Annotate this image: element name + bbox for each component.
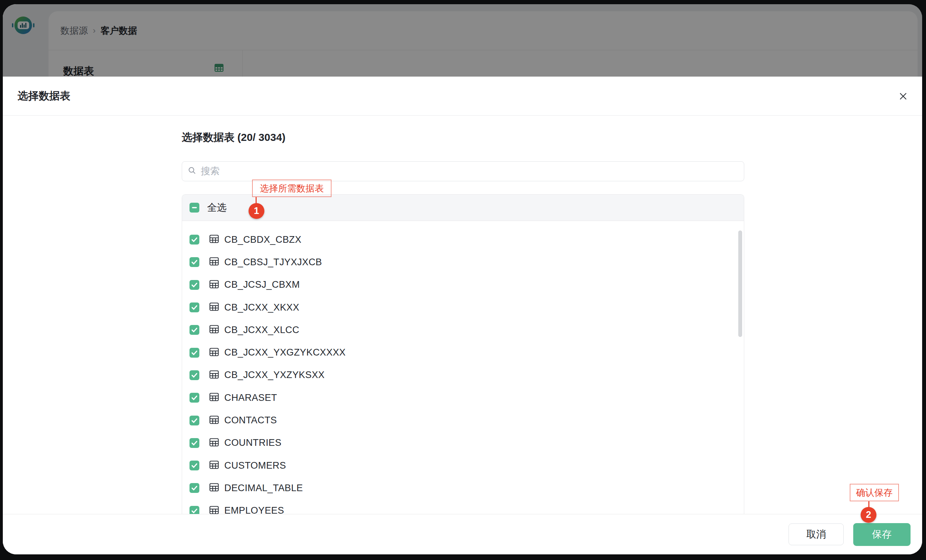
table-name: CB_CBSJ_TJYXJXCB (224, 257, 322, 268)
table-grid-icon (209, 279, 219, 291)
table-grid-icon (209, 347, 219, 359)
row-checkbox-checked[interactable] (189, 393, 199, 403)
tables-list-container: 全选 (182, 194, 744, 514)
screenshot-stage: 数据源 › 客户数据 数据表 选择数据表 (0, 0, 926, 560)
tables-list-viewport: CB_CBDX_CBZX (182, 221, 744, 514)
table-grid-icon (209, 234, 219, 246)
table-grid-icon (209, 415, 219, 427)
table-name: COUNTRIES (224, 438, 281, 448)
table-row[interactable]: CB_JCXX_YXGZYKCXXXX (182, 341, 744, 364)
row-checkbox-checked[interactable] (189, 257, 199, 267)
row-checkbox-checked[interactable] (189, 325, 199, 335)
table-name: CB_JCXX_XKXX (224, 302, 299, 313)
table-row[interactable]: CB_JCXX_YXZYKSXX (182, 364, 744, 386)
row-checkbox-checked[interactable] (189, 438, 199, 448)
row-checkbox-checked[interactable] (189, 416, 199, 426)
table-grid-icon (209, 459, 219, 471)
table-grid-icon (209, 256, 219, 268)
row-checkbox-checked[interactable] (189, 460, 199, 470)
table-row[interactable]: CONTACTS (182, 409, 744, 432)
select-all-row[interactable]: 全选 (182, 195, 744, 221)
list-scrollbar-thumb[interactable] (738, 231, 742, 337)
table-row[interactable]: CHARASET (182, 386, 744, 409)
row-checkbox-checked[interactable] (189, 348, 199, 358)
row-checkbox-checked[interactable] (189, 370, 199, 380)
row-checkbox-checked[interactable] (189, 506, 199, 514)
row-checkbox-checked[interactable] (189, 302, 199, 312)
table-name: CB_JCXX_YXZYKSXX (224, 370, 325, 380)
table-name: CUSTOMERS (224, 460, 286, 471)
table-row[interactable]: DECIMAL_TABLE (182, 477, 744, 499)
modal-title: 选择数据表 (18, 77, 70, 116)
table-grid-icon (209, 369, 219, 381)
table-name: CHARASET (224, 392, 277, 403)
table-grid-icon (209, 505, 219, 514)
table-grid-icon (209, 302, 219, 313)
table-name: CB_JCXX_XLCC (224, 325, 299, 335)
table-row[interactable]: EMPLOYEES (182, 500, 744, 514)
table-name: EMPLOYEES (224, 505, 284, 514)
select-all-label: 全选 (207, 201, 227, 214)
table-grid-icon (209, 482, 219, 494)
table-row[interactable]: CB_JCXX_XLCC (182, 318, 744, 341)
table-row[interactable]: CB_CBDX_CBZX (182, 228, 744, 251)
select-all-checkbox-indeterminate[interactable] (189, 203, 199, 213)
annotation-step2-badge: 2 (861, 507, 876, 523)
table-name: DECIMAL_TABLE (224, 483, 303, 494)
tables-list: CB_CBDX_CBZX (182, 221, 744, 514)
table-row[interactable]: CUSTOMERS (182, 454, 744, 477)
row-checkbox-checked[interactable] (189, 235, 199, 245)
annotation-step1-label: 选择所需数据表 (252, 180, 331, 197)
table-name: CONTACTS (224, 415, 277, 426)
search-box (182, 161, 744, 181)
modal-body: 选择数据表 (20/ 3034) (3, 116, 922, 514)
table-row[interactable]: CB_CBSJ_TJYXJXCB (182, 251, 744, 273)
close-icon[interactable] (897, 90, 909, 102)
table-row[interactable]: CB_JCXX_XKXX (182, 296, 744, 318)
table-row[interactable]: COUNTRIES (182, 432, 744, 454)
select-tables-heading: 选择数据表 (20/ 3034) (182, 130, 286, 145)
table-name: CB_JCSJ_CBXM (224, 279, 300, 290)
table-row[interactable]: CB_JCSJ_CBXM (182, 274, 744, 296)
search-input[interactable] (201, 166, 744, 177)
save-button[interactable]: 保存 (853, 523, 911, 546)
search-icon (188, 166, 196, 176)
modal-footer: 取消 保存 (3, 514, 922, 554)
select-tables-modal: 选择数据表 选择数据表 (20/ 3034) (3, 77, 922, 554)
table-grid-icon (209, 392, 219, 404)
row-checkbox-checked[interactable] (189, 280, 199, 290)
table-grid-icon (209, 437, 219, 449)
table-name: CB_CBDX_CBZX (224, 234, 301, 245)
row-checkbox-checked[interactable] (189, 483, 199, 493)
app-window: 数据源 › 客户数据 数据表 选择数据表 (3, 4, 922, 554)
annotation-step1-badge: 1 (248, 203, 264, 219)
table-name: CB_JCXX_YXGZYKCXXXX (224, 347, 346, 358)
modal-header: 选择数据表 (3, 77, 922, 116)
cancel-button[interactable]: 取消 (788, 524, 844, 545)
annotation-step2-label: 确认保存 (850, 484, 899, 501)
table-grid-icon (209, 324, 219, 336)
